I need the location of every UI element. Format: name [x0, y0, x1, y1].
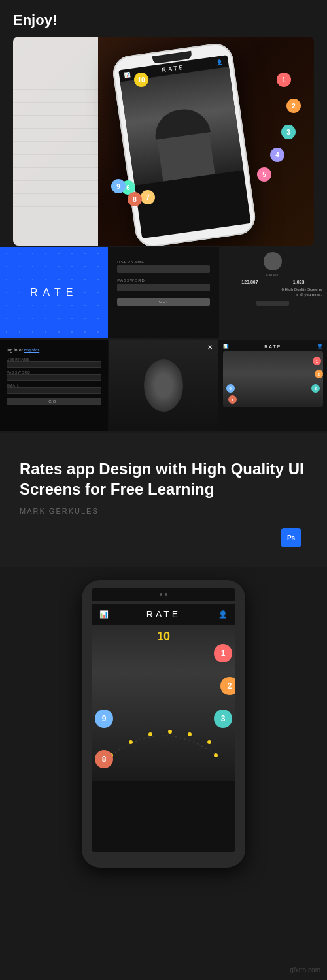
ldot-2: 2 — [220, 677, 235, 695]
chart-icon-sm: 📊 — [223, 344, 229, 349]
field-password: PASSWORD — [7, 370, 101, 381]
android-screen-header: 📊 RATE 👤 — [92, 604, 235, 625]
screen-login: USERNAME PASSWORD GO! — [109, 247, 217, 338]
screen-login-register: log in or register USERNAME PASSWORD EMA… — [0, 340, 108, 431]
rate-logo-android: RATE — [146, 609, 181, 619]
password-label: PASSWORD — [117, 278, 209, 282]
rate-main-logo: RATE — [229, 344, 317, 349]
watermark-text: gfxtra.com — [290, 966, 320, 973]
field-username-input — [7, 361, 101, 368]
mini-dot-1: 1 — [313, 357, 321, 365]
dot-9: 9 — [111, 179, 126, 193]
username-input — [117, 265, 209, 273]
rate-main-face: 1 2 3 9 8 — [223, 351, 323, 407]
mini-dot-2: 2 — [315, 370, 323, 378]
hero-phone-area: 📊 RATE 👤 10 1 2 3 4 5 6 7 8 9 — [13, 37, 314, 246]
ldot-8: 8 — [95, 750, 113, 768]
login-username-row: USERNAME — [117, 260, 209, 273]
screens-grid-row1: RATE USERNAME PASSWORD GO! EMAIL 123,867… — [0, 247, 327, 338]
field-email-input — [7, 387, 101, 394]
face-overlay — [144, 359, 183, 412]
dot-10: 10 — [134, 73, 148, 87]
dot-7: 7 — [141, 190, 155, 204]
login-go-label: GO! — [159, 300, 168, 304]
android-status — [160, 593, 167, 596]
blue-rate-label: RATE — [30, 287, 78, 299]
go-button[interactable]: GO! — [7, 398, 101, 405]
top-section: Enjoy! 📊 RATE 👤 10 1 2 — [0, 0, 327, 246]
user-icon-android: 👤 — [218, 610, 228, 619]
chart-icon-android: 📊 — [99, 610, 109, 619]
android-notch-bar — [92, 588, 235, 601]
notebook-bg — [13, 37, 98, 246]
android-screen: 📊 RATE 👤 10 1 2 — [92, 604, 235, 852]
field-password-input — [7, 374, 101, 381]
chart-icon: 📊 — [124, 71, 131, 78]
watermark-area: gfxtra.com — [0, 868, 327, 881]
svg-point-4 — [188, 732, 192, 736]
man-hair — [151, 106, 210, 139]
user-icon-sm: 👤 — [317, 344, 323, 349]
info-title: Rates app Design with High Quality UI Sc… — [20, 459, 307, 499]
dot-1: 1 — [277, 73, 291, 87]
user-icon: 👤 — [215, 58, 222, 65]
status-dot — [160, 593, 162, 596]
screens-grid-row2: log in or register USERNAME PASSWORD EMA… — [0, 340, 327, 431]
dot-3: 3 — [281, 125, 296, 139]
stat-followers: 123,867 — [241, 280, 258, 284]
big-ten-label: 10 — [157, 630, 170, 644]
bottom-phone-section: 📊 RATE 👤 10 1 2 — [0, 567, 327, 868]
stat-num-1: 123,867 — [241, 280, 258, 284]
info-author: MARK GERKULES — [20, 507, 307, 515]
ps-badge: Ps — [281, 528, 301, 547]
screen-face-dark: ✕ — [109, 340, 217, 431]
upload-photo-button[interactable] — [256, 301, 289, 306]
profile-name: EMAIL — [224, 273, 322, 277]
stat-following: 1,023 — [293, 280, 305, 284]
login-password-row: PASSWORD — [117, 278, 209, 291]
info-section: Rates app Design with High Quality UI Sc… — [0, 433, 327, 567]
profile-description: 6 High Quality Screensis all you need. — [224, 287, 322, 298]
rate-main-header: 📊 RATE 👤 — [223, 344, 323, 349]
field-username: USERNAME — [7, 357, 101, 368]
mini-dot-3: 3 — [311, 384, 320, 393]
ldot-1: 1 — [214, 644, 232, 662]
login-go-button[interactable]: GO! — [117, 298, 209, 306]
svg-point-5 — [207, 740, 211, 744]
mini-dot-9: 9 — [226, 384, 235, 393]
enjoy-title: Enjoy! — [13, 12, 314, 29]
svg-point-2 — [148, 732, 152, 736]
stat-num-2: 1,023 — [293, 280, 305, 284]
ps-badge-container: Ps — [20, 528, 307, 547]
arc-svg — [105, 723, 222, 762]
mini-dot-8: 8 — [228, 395, 237, 404]
field-email: EMAIL — [7, 384, 101, 394]
android-face-area: 10 1 2 3 9 8 — [92, 625, 235, 781]
profile-stats: 123,867 1,023 — [224, 280, 322, 284]
screen-profile: EMAIL 123,867 1,023 6 High Quality Scree… — [219, 247, 327, 338]
go-label: GO! — [48, 400, 60, 404]
svg-point-6 — [214, 753, 218, 757]
screen-blue-logo: RATE — [0, 247, 108, 338]
profile-avatar — [264, 252, 282, 270]
svg-point-1 — [129, 740, 133, 744]
face-bg — [109, 340, 217, 431]
android-frame: 📊 RATE 👤 10 1 2 — [82, 580, 245, 868]
password-input — [117, 284, 209, 291]
dot-5: 5 — [257, 167, 271, 182]
status-dot-2 — [165, 593, 167, 596]
svg-point-3 — [168, 730, 172, 734]
dot-4: 4 — [270, 148, 284, 162]
screen-rate-main: 📊 RATE 👤 1 2 3 9 8 — [219, 340, 327, 431]
man-head — [154, 109, 215, 181]
dot-8: 8 — [128, 192, 142, 206]
ldot-3: 3 — [214, 710, 232, 728]
dot-2: 2 — [286, 99, 301, 113]
username-label: USERNAME — [117, 260, 209, 264]
login-register-text: log in or register — [7, 348, 101, 352]
close-icon[interactable]: ✕ — [207, 344, 213, 351]
